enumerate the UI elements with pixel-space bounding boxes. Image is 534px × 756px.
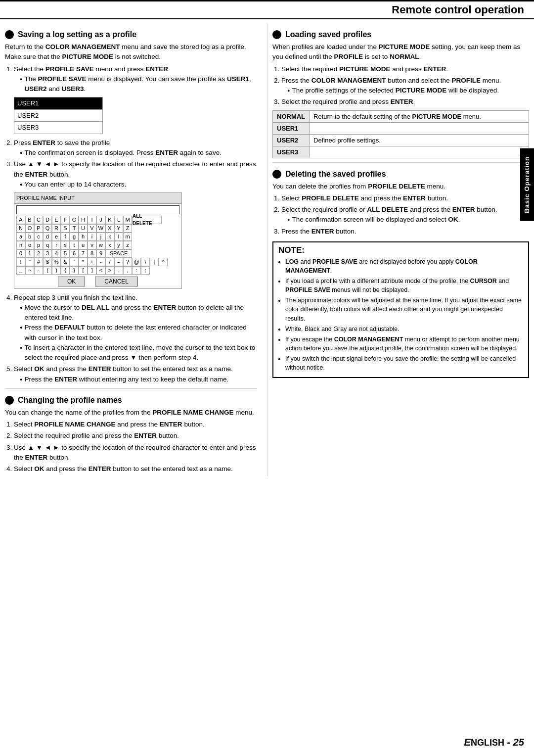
- char-G[interactable]: G: [70, 216, 79, 224]
- char-lt[interactable]: <: [96, 266, 105, 275]
- char-slash[interactable]: /: [105, 258, 114, 266]
- all-delete-button[interactable]: ALL DELETE: [132, 216, 162, 224]
- char-V[interactable]: V: [88, 224, 96, 233]
- char-h[interactable]: h: [79, 233, 88, 241]
- char-z[interactable]: z: [123, 241, 132, 249]
- char-colon[interactable]: :: [132, 266, 141, 275]
- char-backslash[interactable]: \: [141, 258, 150, 266]
- char-rbracket[interactable]: ]: [88, 266, 96, 275]
- char-apos[interactable]: ': [70, 258, 79, 266]
- char-4[interactable]: 4: [52, 249, 61, 258]
- char-1[interactable]: 1: [25, 249, 34, 258]
- char-U[interactable]: U: [79, 224, 88, 233]
- char-Z[interactable]: Z: [123, 224, 132, 233]
- char-t[interactable]: t: [70, 241, 79, 249]
- char-T[interactable]: T: [70, 224, 79, 233]
- char-q[interactable]: q: [43, 241, 52, 249]
- char-star[interactable]: *: [79, 258, 88, 266]
- char-X[interactable]: X: [105, 224, 114, 233]
- char-d[interactable]: d: [43, 233, 52, 241]
- char-2[interactable]: 2: [34, 249, 43, 258]
- char-caret[interactable]: ^: [159, 258, 168, 266]
- char-E[interactable]: E: [52, 216, 61, 224]
- char-a[interactable]: a: [16, 233, 25, 241]
- char-p[interactable]: p: [34, 241, 43, 249]
- char-l[interactable]: l: [114, 233, 123, 241]
- char-9[interactable]: 9: [96, 249, 105, 258]
- char-r[interactable]: r: [52, 241, 61, 249]
- char-b[interactable]: b: [25, 233, 34, 241]
- char-g[interactable]: g: [70, 233, 79, 241]
- char-space[interactable]: SPACE: [105, 249, 132, 258]
- profile-row-user2[interactable]: USER2: [14, 110, 102, 122]
- char-v[interactable]: v: [88, 241, 96, 249]
- char-N[interactable]: N: [16, 224, 25, 233]
- char-hash[interactable]: #: [34, 258, 43, 266]
- profile-row-user1[interactable]: USER1: [14, 97, 102, 110]
- char-8[interactable]: 8: [88, 249, 96, 258]
- char-tilde[interactable]: ~: [25, 266, 34, 275]
- char-B[interactable]: B: [25, 216, 34, 224]
- char-dash2[interactable]: -: [34, 266, 43, 275]
- ok-button[interactable]: OK: [58, 277, 85, 286]
- char-period[interactable]: .: [114, 266, 123, 275]
- char-L[interactable]: L: [114, 216, 123, 224]
- char-x[interactable]: x: [105, 241, 114, 249]
- char-quest[interactable]: ?: [123, 258, 132, 266]
- char-dollar[interactable]: $: [43, 258, 52, 266]
- char-rbrace[interactable]: }: [70, 266, 79, 275]
- char-F[interactable]: F: [61, 216, 70, 224]
- char-excl[interactable]: !: [16, 258, 25, 266]
- cancel-button[interactable]: CANCEL: [95, 277, 138, 286]
- char-c[interactable]: c: [34, 233, 43, 241]
- char-S[interactable]: S: [61, 224, 70, 233]
- char-lbracket[interactable]: [: [79, 266, 88, 275]
- char-5[interactable]: 5: [61, 249, 70, 258]
- char-A[interactable]: A: [16, 216, 25, 224]
- char-lbrace[interactable]: {: [61, 266, 70, 275]
- char-H[interactable]: H: [79, 216, 88, 224]
- char-C[interactable]: C: [34, 216, 43, 224]
- char-pipe[interactable]: |: [150, 258, 159, 266]
- profile-row-user3[interactable]: USER3: [14, 122, 102, 134]
- char-e[interactable]: e: [52, 233, 61, 241]
- char-P[interactable]: P: [34, 224, 43, 233]
- char-o[interactable]: o: [25, 241, 34, 249]
- char-lparen[interactable]: (: [43, 266, 52, 275]
- char-6[interactable]: 6: [70, 249, 79, 258]
- char-f[interactable]: f: [61, 233, 70, 241]
- char-7[interactable]: 7: [79, 249, 88, 258]
- char-K[interactable]: K: [105, 216, 114, 224]
- char-I[interactable]: I: [88, 216, 96, 224]
- char-W[interactable]: W: [96, 224, 105, 233]
- char-quot[interactable]: ": [25, 258, 34, 266]
- char-equals[interactable]: =: [114, 258, 123, 266]
- char-s[interactable]: s: [61, 241, 70, 249]
- char-n[interactable]: n: [16, 241, 25, 249]
- char-Q[interactable]: Q: [43, 224, 52, 233]
- char-percent[interactable]: %: [52, 258, 61, 266]
- char-0[interactable]: 0: [16, 249, 25, 258]
- char-under[interactable]: _: [16, 266, 25, 275]
- char-w[interactable]: w: [96, 241, 105, 249]
- char-plus[interactable]: +: [88, 258, 96, 266]
- char-at[interactable]: @: [132, 258, 141, 266]
- char-M[interactable]: M: [123, 216, 132, 224]
- char-J[interactable]: J: [96, 216, 105, 224]
- char-u[interactable]: u: [79, 241, 88, 249]
- char-rparen[interactable]: ): [52, 266, 61, 275]
- char-i[interactable]: i: [88, 233, 96, 241]
- char-Y[interactable]: Y: [114, 224, 123, 233]
- char-y[interactable]: y: [114, 241, 123, 249]
- char-minus[interactable]: -: [96, 258, 105, 266]
- char-amp[interactable]: &: [61, 258, 70, 266]
- char-semi[interactable]: ;: [141, 266, 150, 275]
- char-gt[interactable]: >: [105, 266, 114, 275]
- char-m[interactable]: m: [123, 233, 132, 241]
- char-3[interactable]: 3: [43, 249, 52, 258]
- char-k[interactable]: k: [105, 233, 114, 241]
- char-comma[interactable]: ,: [123, 266, 132, 275]
- char-D[interactable]: D: [43, 216, 52, 224]
- char-R[interactable]: R: [52, 224, 61, 233]
- char-j[interactable]: j: [96, 233, 105, 241]
